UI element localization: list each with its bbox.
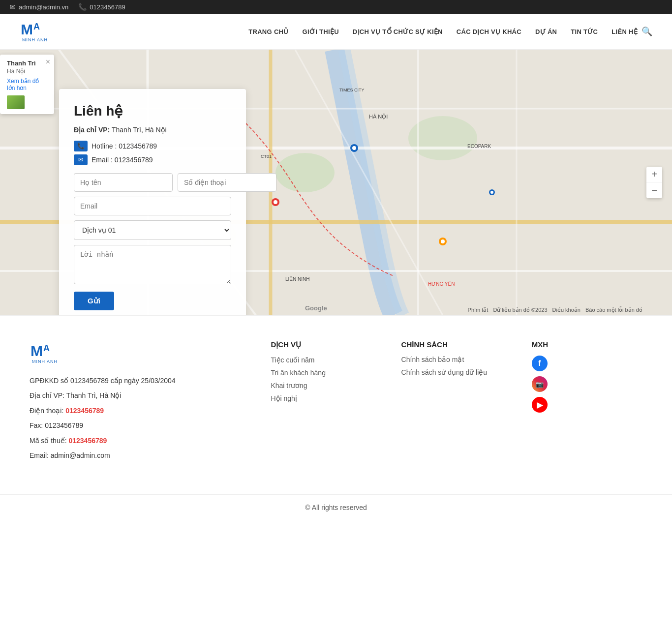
svg-point-4 [275, 153, 335, 192]
contact-hotline: Hotline : 0123456789 [92, 142, 157, 150]
nav-trang-chu[interactable]: TRANG CHỦ [248, 28, 288, 35]
svg-point-22 [441, 239, 445, 243]
svg-text:A: A [43, 343, 50, 353]
nav-tin-tuc[interactable]: TIN TỨC [571, 28, 598, 35]
footer-bao-mat[interactable]: Chính sách bảo mật [401, 356, 464, 363]
form-row-name-phone [74, 173, 231, 192]
message-textarea[interactable] [74, 245, 231, 284]
nav-cac-dich-vu[interactable]: CÁC DỊCH VỤ KHÁC [457, 28, 521, 35]
footer-tri-an[interactable]: Tri ân khách hàng [271, 369, 326, 377]
svg-text:HƯNG YÊN: HƯNG YÊN [428, 281, 455, 287]
contact-email: Email : 0123456789 [92, 156, 153, 164]
phone-icon-box: 📞 [74, 141, 88, 151]
footer-address: Địa chỉ VP: Thanh Trì, Hà Nội [30, 390, 251, 401]
footer-tax: Mã số thuế: 0123456789 [30, 435, 251, 446]
svg-text:CT01: CT01 [261, 154, 272, 159]
footer-chinh-sach-list: Chính sách bảo mật Chính sách sử dụng dữ… [401, 356, 512, 376]
phone-input[interactable] [178, 173, 276, 192]
contact-heading: Liên hệ [74, 103, 231, 119]
svg-text:A: A [33, 22, 40, 31]
nav-lien-he[interactable]: LIÊN HỆ [611, 28, 638, 35]
svg-text:ECOPARK: ECOPARK [467, 144, 491, 149]
top-bar-email: ✉ admin@admin.vn [10, 3, 68, 11]
footer-bottom: © All rights reserved [0, 494, 672, 520]
footer-tiec-cuoi-nam[interactable]: Tiệc cuối năm [271, 356, 314, 364]
contact-address: Địa chỉ VP: Thanh Trì, Hà Nội [74, 126, 231, 134]
copyright-text: © All rights reserved [305, 504, 367, 511]
svg-text:MINH ANH: MINH ANH [22, 37, 48, 42]
footer-chinh-sach-heading: CHÍNH SÁCH [401, 340, 512, 349]
map-popup-close-button[interactable]: × [46, 58, 50, 66]
map-popup-thumbnail [7, 95, 25, 109]
email-icon-box: ✉ [74, 154, 88, 165]
svg-point-20 [352, 146, 356, 150]
svg-text:M: M [31, 343, 43, 359]
map-footer-report[interactable]: Báo cáo một lỗi bản đồ [585, 307, 642, 313]
svg-text:TIMES CITY: TIMES CITY [339, 88, 365, 92]
svg-text:HÀ NỘI: HÀ NỘI [369, 114, 388, 120]
map-zoom-controls: + − [646, 167, 662, 198]
map-footer-terms[interactable]: Điều khoản [552, 307, 580, 313]
footer-hoi-nghi[interactable]: Hội nghị [271, 394, 297, 402]
facebook-icon[interactable]: f [532, 356, 548, 371]
nav-dich-vu[interactable]: DỊCH VỤ TỔ CHỨC SỰ KIỆN [353, 28, 443, 35]
map-popup-subtitle: Hà Nội [7, 68, 47, 75]
footer-mxh-heading: MXH [532, 340, 642, 349]
service-select[interactable]: Dịch vụ 01 Dịch vụ 02 Dịch vụ 03 [74, 220, 231, 240]
footer-khai-truong[interactable]: Khai trương [271, 382, 307, 389]
map-popup-link[interactable]: Xem bản đồ lớn hơn [7, 78, 47, 91]
nav-gioi-thieu[interactable]: GIỚI THIỆU [303, 28, 339, 35]
svg-text:MINH ANH: MINH ANH [32, 359, 58, 364]
main-nav: TRANG CHỦ GIỚI THIỆU DỊCH VỤ TỔ CHỨC SỰ … [248, 28, 638, 35]
phone-icon: 📞 [78, 3, 87, 11]
email-icon: ✉ [10, 3, 16, 11]
footer-chinh-sach: CHÍNH SÁCH Chính sách bảo mật Chính sách… [401, 340, 512, 465]
map-popup: × Thanh Trì Hà Nội Xem bản đồ lớn hơn [0, 55, 54, 114]
map-footer: Phím tắt Dữ liệu bản đồ ©2023 Điều khoản… [468, 307, 642, 313]
footer-phone: Điện thoại: 0123456789 [30, 405, 251, 416]
phone-value: 0123456789 [90, 3, 125, 11]
zoom-in-button[interactable]: + [646, 167, 662, 182]
footer-email: Email: admin@admin.com [30, 450, 251, 461]
footer: M A MINH ANH GPĐKKD số 0123456789 cấp ng… [0, 315, 672, 494]
footer-fax: Fax: 0123456789 [30, 420, 251, 431]
top-bar-phone: 📞 0123456789 [78, 3, 125, 11]
email-value: admin@admin.vn [19, 3, 68, 11]
footer-dich-vu-heading: DỊCH VỤ [271, 340, 381, 349]
header: M A MINH ANH TRANG CHỦ GIỚI THIỆU DỊCH V… [0, 14, 672, 50]
footer-gpkd: GPĐKKD số 0123456789 cấp ngày 25/03/2004 [30, 375, 251, 386]
email-input[interactable] [74, 197, 231, 215]
submit-button[interactable]: Gửi [74, 292, 114, 310]
contact-card: Liên hệ Địa chỉ VP: Thanh Trì, Hà Nội 📞 … [59, 89, 246, 315]
youtube-icon[interactable]: ▶ [532, 397, 548, 413]
map-footer-shortcuts[interactable]: Phím tắt [468, 307, 489, 313]
instagram-icon[interactable]: 📷 [532, 376, 548, 392]
footer-company-info: M A MINH ANH GPĐKKD số 0123456789 cấp ng… [30, 340, 251, 465]
footer-dich-vu-list: Tiệc cuối năm Tri ân khách hàng Khai trư… [271, 356, 381, 402]
svg-text:M: M [21, 21, 33, 37]
search-button[interactable]: 🔍 [641, 26, 652, 37]
svg-point-18 [274, 200, 277, 204]
footer-su-dung-du-lieu[interactable]: Chính sách sử dụng dữ liệu [401, 368, 488, 376]
footer-mxh: MXH f 📷 ▶ [532, 340, 642, 465]
contact-hotline-line: 📞 Hotline : 0123456789 [74, 141, 231, 151]
name-input[interactable] [74, 173, 173, 192]
nav-du-an[interactable]: DỰ ÁN [535, 28, 557, 35]
map-footer-data[interactable]: Dữ liệu bản đồ ©2023 [493, 307, 547, 313]
footer-phone-link[interactable]: 0123456789 [65, 407, 104, 415]
footer-tax-link[interactable]: 0123456789 [68, 437, 107, 445]
footer-grid: M A MINH ANH GPĐKKD số 0123456789 cấp ng… [30, 340, 642, 465]
svg-point-24 [490, 191, 493, 194]
top-bar: ✉ admin@admin.vn 📞 0123456789 [0, 0, 672, 14]
zoom-out-button[interactable]: − [646, 182, 662, 198]
footer-dich-vu: DỊCH VỤ Tiệc cuối năm Tri ân khách hàng … [271, 340, 381, 465]
map-contact-section: HÀ NỘI LIÊN NINH HƯNG YÊN ECOPARK CT01 T… [0, 50, 672, 315]
logo[interactable]: M A MINH ANH [20, 19, 52, 44]
map-popup-title: Thanh Trì [7, 60, 47, 67]
svg-text:LIÊN NINH: LIÊN NINH [285, 276, 309, 282]
contact-email-line: ✉ Email : 0123456789 [74, 154, 231, 165]
social-list: f 📷 ▶ [532, 356, 642, 413]
footer-logo[interactable]: M A MINH ANH [30, 340, 251, 367]
svg-text:Google: Google [305, 304, 327, 312]
